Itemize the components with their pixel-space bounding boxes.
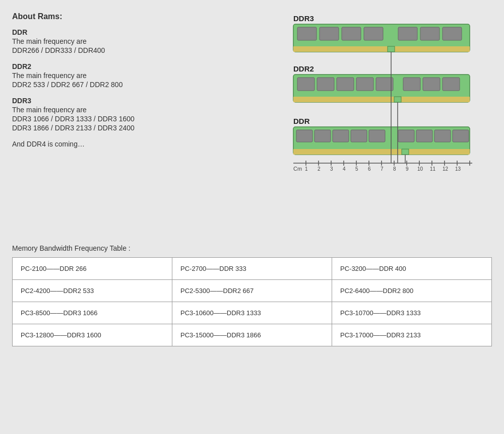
table-cell: PC2-6400——DDR2 800	[332, 280, 492, 302]
svg-rect-10	[388, 46, 395, 52]
svg-text:10: 10	[417, 166, 423, 172]
svg-rect-5	[364, 27, 383, 40]
page-container: About Rams: DDR The main frequency are D…	[8, 8, 496, 346]
table-cell: PC-2700——DDR 333	[172, 258, 332, 280]
right-diagram-panel: DDR3 DDR2	[284, 8, 496, 234]
svg-text:6: 6	[368, 166, 371, 172]
svg-rect-32	[434, 130, 451, 142]
svg-text:2: 2	[318, 166, 321, 172]
svg-rect-6	[398, 27, 417, 40]
svg-text:1: 1	[305, 166, 308, 172]
svg-text:13: 13	[455, 166, 461, 172]
table-cell: PC3-8500——DDR3 1066	[13, 302, 172, 324]
svg-rect-19	[423, 78, 440, 91]
table-title: Memory Bandwidth Frequency Table :	[12, 244, 492, 252]
table-cell: PC3-15000——DDR3 1866	[172, 324, 332, 346]
ddr-sub2: DDR266 / DDR333 / DDR400	[12, 46, 270, 54]
ddr-sub1: The main frequency are	[12, 37, 270, 45]
svg-rect-28	[351, 130, 367, 142]
svg-text:DDR: DDR	[293, 117, 310, 125]
svg-rect-13	[297, 78, 314, 91]
svg-text:8: 8	[393, 166, 396, 172]
table-cell: PC-3200——DDR 400	[332, 258, 492, 280]
table-cell: PC2-5300——DDR2 667	[172, 280, 332, 302]
left-text-panel: About Rams: DDR The main frequency are D…	[8, 8, 274, 234]
svg-text:Cm: Cm	[293, 166, 302, 172]
ddr4-text: And DDR4 is coming…	[12, 140, 270, 148]
table-section: Memory Bandwidth Frequency Table : PC-21…	[8, 244, 496, 346]
bandwidth-table: PC-2100——DDR 266PC-2700——DDR 333PC-3200—…	[12, 257, 492, 346]
svg-rect-30	[398, 130, 414, 142]
ddr3-sub1: The main frequency are	[12, 106, 270, 114]
table-cell: PC3-10700——DDR3 1333	[332, 302, 492, 324]
ddr3-sub3: DDR3 1866 / DDR3 2133 / DDR3 2400	[12, 124, 270, 132]
ddr-section: DDR The main frequency are DDR266 / DDR3…	[12, 28, 270, 54]
svg-text:3: 3	[330, 166, 333, 172]
ddr4-footer: And DDR4 is coming…	[12, 140, 270, 148]
ddr3-section: DDR3 The main frequency are DDR3 1066 / …	[12, 97, 270, 132]
table-row: PC3-12800——DDR3 1600PC3-15000——DDR3 1866…	[13, 324, 492, 346]
svg-rect-34	[293, 149, 470, 155]
ddr2-title: DDR2	[12, 62, 270, 70]
ddr3-sub2: DDR3 1066 / DDR3 1333 / DDR3 1600	[12, 115, 270, 123]
svg-text:DDR2: DDR2	[293, 64, 314, 73]
svg-text:4: 4	[343, 166, 346, 172]
svg-text:DDR3: DDR3	[293, 14, 314, 23]
table-cell: PC2-4200——DDR2 533	[13, 280, 172, 302]
table-cell: PC3-10600——DDR3 1333	[172, 302, 332, 324]
table-row: PC2-4200——DDR2 533PC2-5300——DDR2 667PC2-…	[13, 280, 492, 302]
svg-rect-31	[416, 130, 432, 142]
svg-rect-2	[297, 27, 317, 40]
table-row: PC3-8500——DDR3 1066PC3-10600——DDR3 1333P…	[13, 302, 492, 324]
table-cell: PC3-17000——DDR3 2133	[332, 324, 492, 346]
page-title: About Rams:	[12, 12, 270, 21]
svg-rect-20	[443, 78, 460, 91]
table-cell: PC-2100——DDR 266	[13, 258, 172, 280]
svg-rect-7	[420, 27, 439, 40]
svg-rect-15	[337, 78, 354, 91]
ddr2-sub1: The main frequency are	[12, 71, 270, 80]
svg-rect-4	[342, 27, 361, 40]
ram-diagram-svg: DDR3 DDR2	[288, 12, 490, 229]
svg-rect-8	[443, 27, 462, 40]
svg-rect-14	[317, 78, 334, 91]
ram-diagram-wrapper: DDR3 DDR2	[288, 12, 492, 230]
svg-rect-9	[293, 46, 470, 52]
svg-rect-25	[296, 130, 312, 142]
svg-rect-35	[402, 149, 409, 155]
table-row: PC-2100——DDR 266PC-2700——DDR 333PC-3200—…	[13, 258, 492, 280]
svg-rect-3	[320, 27, 339, 40]
top-section: About Rams: DDR The main frequency are D…	[8, 8, 496, 234]
svg-text:11: 11	[430, 166, 436, 172]
svg-rect-21	[293, 97, 470, 102]
ddr2-sub2: DDR2 533 / DDR2 667 / DDR2 800	[12, 81, 270, 89]
svg-rect-33	[453, 130, 469, 142]
svg-rect-22	[394, 97, 401, 102]
ddr-title: DDR	[12, 28, 270, 36]
svg-rect-29	[369, 130, 385, 142]
svg-rect-17	[376, 78, 393, 91]
svg-rect-26	[314, 130, 331, 142]
ddr3-title: DDR3	[12, 97, 270, 105]
table-cell: PC3-12800——DDR3 1600	[13, 324, 172, 346]
svg-rect-16	[356, 78, 373, 91]
svg-rect-27	[333, 130, 349, 142]
svg-text:7: 7	[381, 166, 384, 172]
svg-text:12: 12	[443, 166, 449, 172]
svg-text:9: 9	[406, 166, 409, 172]
svg-text:5: 5	[355, 166, 358, 172]
svg-rect-18	[403, 78, 420, 91]
title-text: About Rams	[12, 12, 59, 21]
ddr2-section: DDR2 The main frequency are DDR2 533 / D…	[12, 62, 270, 89]
